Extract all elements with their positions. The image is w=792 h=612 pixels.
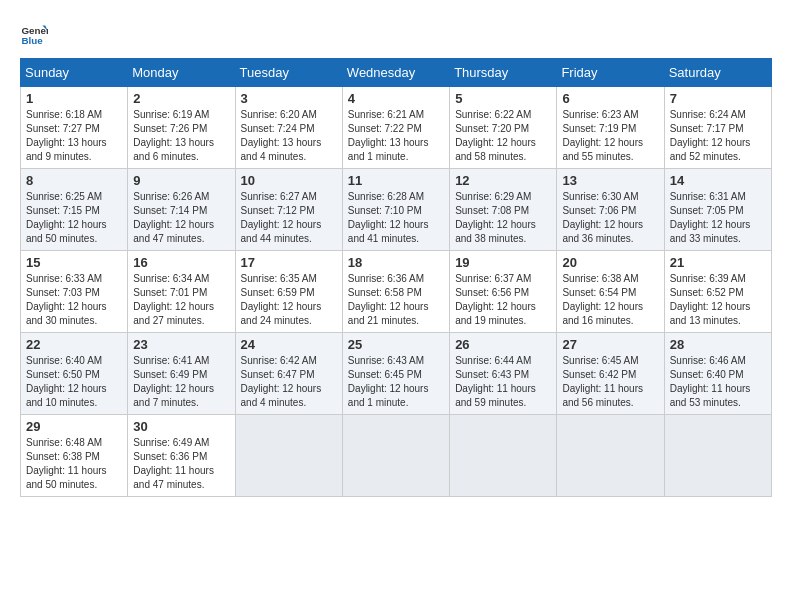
day-number: 30 xyxy=(133,419,229,434)
day-number: 25 xyxy=(348,337,444,352)
calendar-cell: 26Sunrise: 6:44 AM Sunset: 6:43 PM Dayli… xyxy=(450,333,557,415)
day-info: Sunrise: 6:20 AM Sunset: 7:24 PM Dayligh… xyxy=(241,108,337,164)
calendar-body: 1Sunrise: 6:18 AM Sunset: 7:27 PM Daylig… xyxy=(21,87,772,497)
day-info: Sunrise: 6:34 AM Sunset: 7:01 PM Dayligh… xyxy=(133,272,229,328)
day-info: Sunrise: 6:39 AM Sunset: 6:52 PM Dayligh… xyxy=(670,272,766,328)
calendar-cell xyxy=(342,415,449,497)
day-info: Sunrise: 6:29 AM Sunset: 7:08 PM Dayligh… xyxy=(455,190,551,246)
calendar-cell: 11Sunrise: 6:28 AM Sunset: 7:10 PM Dayli… xyxy=(342,169,449,251)
day-number: 2 xyxy=(133,91,229,106)
day-info: Sunrise: 6:44 AM Sunset: 6:43 PM Dayligh… xyxy=(455,354,551,410)
day-info: Sunrise: 6:43 AM Sunset: 6:45 PM Dayligh… xyxy=(348,354,444,410)
calendar-header-row: SundayMondayTuesdayWednesdayThursdayFrid… xyxy=(21,59,772,87)
day-info: Sunrise: 6:38 AM Sunset: 6:54 PM Dayligh… xyxy=(562,272,658,328)
day-number: 16 xyxy=(133,255,229,270)
calendar-cell: 15Sunrise: 6:33 AM Sunset: 7:03 PM Dayli… xyxy=(21,251,128,333)
calendar-cell: 10Sunrise: 6:27 AM Sunset: 7:12 PM Dayli… xyxy=(235,169,342,251)
calendar-cell: 28Sunrise: 6:46 AM Sunset: 6:40 PM Dayli… xyxy=(664,333,771,415)
weekday-header: Monday xyxy=(128,59,235,87)
day-number: 29 xyxy=(26,419,122,434)
day-info: Sunrise: 6:31 AM Sunset: 7:05 PM Dayligh… xyxy=(670,190,766,246)
calendar-cell: 12Sunrise: 6:29 AM Sunset: 7:08 PM Dayli… xyxy=(450,169,557,251)
calendar-cell: 24Sunrise: 6:42 AM Sunset: 6:47 PM Dayli… xyxy=(235,333,342,415)
calendar-cell: 27Sunrise: 6:45 AM Sunset: 6:42 PM Dayli… xyxy=(557,333,664,415)
calendar-cell: 25Sunrise: 6:43 AM Sunset: 6:45 PM Dayli… xyxy=(342,333,449,415)
day-number: 21 xyxy=(670,255,766,270)
svg-text:Blue: Blue xyxy=(21,35,43,46)
weekday-header: Saturday xyxy=(664,59,771,87)
weekday-header: Tuesday xyxy=(235,59,342,87)
day-number: 4 xyxy=(348,91,444,106)
weekday-header: Wednesday xyxy=(342,59,449,87)
calendar-cell xyxy=(450,415,557,497)
day-number: 6 xyxy=(562,91,658,106)
calendar-week-row: 22Sunrise: 6:40 AM Sunset: 6:50 PM Dayli… xyxy=(21,333,772,415)
day-number: 5 xyxy=(455,91,551,106)
calendar-cell: 9Sunrise: 6:26 AM Sunset: 7:14 PM Daylig… xyxy=(128,169,235,251)
day-number: 9 xyxy=(133,173,229,188)
day-number: 23 xyxy=(133,337,229,352)
day-number: 1 xyxy=(26,91,122,106)
calendar-cell: 14Sunrise: 6:31 AM Sunset: 7:05 PM Dayli… xyxy=(664,169,771,251)
weekday-header: Friday xyxy=(557,59,664,87)
day-info: Sunrise: 6:27 AM Sunset: 7:12 PM Dayligh… xyxy=(241,190,337,246)
logo-icon: General Blue xyxy=(20,20,48,48)
calendar-cell: 2Sunrise: 6:19 AM Sunset: 7:26 PM Daylig… xyxy=(128,87,235,169)
day-info: Sunrise: 6:46 AM Sunset: 6:40 PM Dayligh… xyxy=(670,354,766,410)
day-info: Sunrise: 6:30 AM Sunset: 7:06 PM Dayligh… xyxy=(562,190,658,246)
day-number: 11 xyxy=(348,173,444,188)
day-info: Sunrise: 6:45 AM Sunset: 6:42 PM Dayligh… xyxy=(562,354,658,410)
calendar-cell: 4Sunrise: 6:21 AM Sunset: 7:22 PM Daylig… xyxy=(342,87,449,169)
calendar-cell: 17Sunrise: 6:35 AM Sunset: 6:59 PM Dayli… xyxy=(235,251,342,333)
calendar-cell: 21Sunrise: 6:39 AM Sunset: 6:52 PM Dayli… xyxy=(664,251,771,333)
day-info: Sunrise: 6:19 AM Sunset: 7:26 PM Dayligh… xyxy=(133,108,229,164)
calendar-cell: 23Sunrise: 6:41 AM Sunset: 6:49 PM Dayli… xyxy=(128,333,235,415)
day-info: Sunrise: 6:22 AM Sunset: 7:20 PM Dayligh… xyxy=(455,108,551,164)
calendar-cell: 29Sunrise: 6:48 AM Sunset: 6:38 PM Dayli… xyxy=(21,415,128,497)
header: General Blue xyxy=(20,20,772,48)
day-info: Sunrise: 6:33 AM Sunset: 7:03 PM Dayligh… xyxy=(26,272,122,328)
day-number: 8 xyxy=(26,173,122,188)
weekday-header: Thursday xyxy=(450,59,557,87)
day-number: 24 xyxy=(241,337,337,352)
day-info: Sunrise: 6:49 AM Sunset: 6:36 PM Dayligh… xyxy=(133,436,229,492)
calendar-cell: 5Sunrise: 6:22 AM Sunset: 7:20 PM Daylig… xyxy=(450,87,557,169)
calendar-week-row: 15Sunrise: 6:33 AM Sunset: 7:03 PM Dayli… xyxy=(21,251,772,333)
calendar-cell: 13Sunrise: 6:30 AM Sunset: 7:06 PM Dayli… xyxy=(557,169,664,251)
calendar-cell: 16Sunrise: 6:34 AM Sunset: 7:01 PM Dayli… xyxy=(128,251,235,333)
day-number: 12 xyxy=(455,173,551,188)
weekday-header: Sunday xyxy=(21,59,128,87)
day-number: 3 xyxy=(241,91,337,106)
day-info: Sunrise: 6:24 AM Sunset: 7:17 PM Dayligh… xyxy=(670,108,766,164)
day-info: Sunrise: 6:18 AM Sunset: 7:27 PM Dayligh… xyxy=(26,108,122,164)
day-number: 7 xyxy=(670,91,766,106)
day-info: Sunrise: 6:40 AM Sunset: 6:50 PM Dayligh… xyxy=(26,354,122,410)
day-info: Sunrise: 6:23 AM Sunset: 7:19 PM Dayligh… xyxy=(562,108,658,164)
day-info: Sunrise: 6:48 AM Sunset: 6:38 PM Dayligh… xyxy=(26,436,122,492)
calendar-cell: 8Sunrise: 6:25 AM Sunset: 7:15 PM Daylig… xyxy=(21,169,128,251)
day-number: 28 xyxy=(670,337,766,352)
calendar: SundayMondayTuesdayWednesdayThursdayFrid… xyxy=(20,58,772,497)
day-info: Sunrise: 6:37 AM Sunset: 6:56 PM Dayligh… xyxy=(455,272,551,328)
logo: General Blue xyxy=(20,20,52,48)
day-info: Sunrise: 6:41 AM Sunset: 6:49 PM Dayligh… xyxy=(133,354,229,410)
day-number: 19 xyxy=(455,255,551,270)
day-info: Sunrise: 6:21 AM Sunset: 7:22 PM Dayligh… xyxy=(348,108,444,164)
day-info: Sunrise: 6:42 AM Sunset: 6:47 PM Dayligh… xyxy=(241,354,337,410)
day-info: Sunrise: 6:35 AM Sunset: 6:59 PM Dayligh… xyxy=(241,272,337,328)
day-number: 17 xyxy=(241,255,337,270)
day-number: 20 xyxy=(562,255,658,270)
calendar-cell: 22Sunrise: 6:40 AM Sunset: 6:50 PM Dayli… xyxy=(21,333,128,415)
day-number: 18 xyxy=(348,255,444,270)
calendar-cell: 30Sunrise: 6:49 AM Sunset: 6:36 PM Dayli… xyxy=(128,415,235,497)
day-info: Sunrise: 6:28 AM Sunset: 7:10 PM Dayligh… xyxy=(348,190,444,246)
day-info: Sunrise: 6:26 AM Sunset: 7:14 PM Dayligh… xyxy=(133,190,229,246)
day-number: 10 xyxy=(241,173,337,188)
day-number: 26 xyxy=(455,337,551,352)
day-number: 14 xyxy=(670,173,766,188)
day-number: 15 xyxy=(26,255,122,270)
calendar-cell: 1Sunrise: 6:18 AM Sunset: 7:27 PM Daylig… xyxy=(21,87,128,169)
calendar-cell: 6Sunrise: 6:23 AM Sunset: 7:19 PM Daylig… xyxy=(557,87,664,169)
calendar-cell xyxy=(557,415,664,497)
day-number: 22 xyxy=(26,337,122,352)
